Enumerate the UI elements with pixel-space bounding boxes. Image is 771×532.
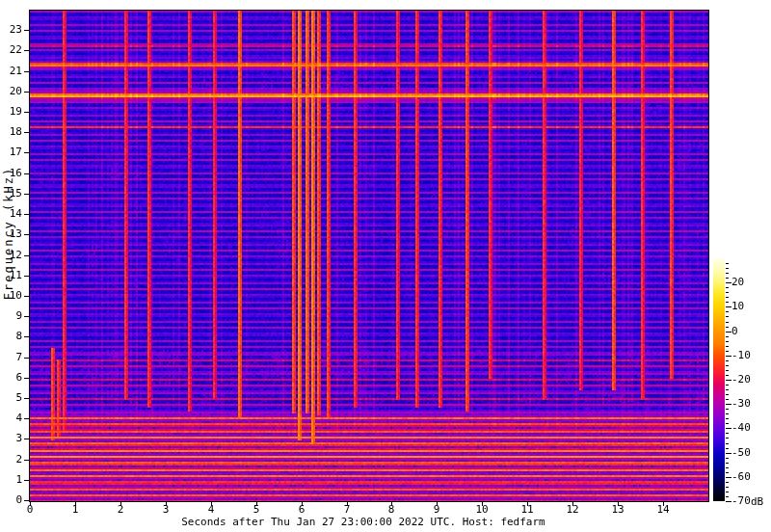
y-tick-label: 11 bbox=[0, 270, 22, 281]
x-tick-label: 11 bbox=[515, 504, 540, 516]
colorbar-tick-mark bbox=[726, 433, 729, 434]
y-tick-mark bbox=[24, 112, 29, 113]
x-tick-label: 2 bbox=[108, 504, 133, 516]
x-tick-label: 10 bbox=[469, 504, 494, 516]
colorbar-tick-label: 20 bbox=[731, 277, 764, 288]
y-tick-label: 10 bbox=[0, 290, 22, 302]
y-tick-mark bbox=[24, 418, 29, 419]
colorbar-tick-mark bbox=[726, 292, 729, 293]
colorbar-tick-mark bbox=[726, 463, 729, 464]
colorbar-tick-mark bbox=[726, 341, 729, 342]
colorbar-tick-label: 10 bbox=[731, 301, 764, 312]
colorbar-tick-mark bbox=[726, 443, 729, 444]
x-tick-label: 5 bbox=[244, 504, 269, 516]
colorbar-tick-mark bbox=[726, 278, 729, 279]
y-tick-mark bbox=[24, 30, 29, 31]
colorbar-tick-mark bbox=[726, 327, 729, 328]
colorbar-tick-mark bbox=[726, 413, 729, 414]
colorbar-tick-mark bbox=[726, 487, 729, 488]
colorbar-tick-mark bbox=[726, 389, 729, 390]
x-tick-label: 3 bbox=[153, 504, 178, 516]
colorbar-tick-mark bbox=[726, 458, 729, 459]
colorbar-tick-mark bbox=[726, 370, 729, 371]
y-tick-mark bbox=[24, 234, 29, 235]
x-axis-title: Seconds after Thu Jan 27 23:00:00 2022 U… bbox=[14, 516, 712, 528]
y-tick-label: 7 bbox=[0, 352, 22, 363]
y-tick-label: 18 bbox=[0, 126, 22, 138]
y-tick-label: 23 bbox=[0, 24, 22, 36]
colorbar-tick-mark bbox=[726, 492, 729, 492]
colorbar-tick-mark bbox=[726, 385, 729, 386]
colorbar-tick-label: 0 bbox=[731, 326, 764, 337]
colorbar-tick-label: -40 bbox=[731, 422, 764, 434]
colorbar-tick-label: -10 bbox=[731, 350, 764, 361]
y-tick-mark bbox=[24, 132, 29, 133]
colorbar-tick-mark bbox=[726, 268, 729, 269]
y-tick-mark bbox=[24, 194, 29, 195]
y-tick-mark bbox=[24, 336, 29, 337]
colorbar-tick-mark bbox=[726, 322, 729, 323]
x-tick-label: 6 bbox=[289, 504, 314, 516]
colorbar-tick-mark bbox=[726, 438, 729, 439]
colorbar-tick-mark bbox=[726, 496, 729, 497]
y-tick-label: 13 bbox=[0, 228, 22, 240]
y-tick-mark bbox=[24, 358, 29, 359]
y-tick-mark bbox=[24, 460, 29, 461]
colorbar-tick-mark bbox=[726, 482, 729, 483]
colorbar-tick-mark bbox=[726, 467, 729, 468]
colorbar-tick-mark bbox=[726, 394, 729, 395]
colorbar-tick-mark bbox=[726, 365, 729, 366]
x-tick-label: 8 bbox=[379, 504, 404, 516]
colorbar-tick-mark bbox=[726, 311, 729, 312]
y-tick-label: 8 bbox=[0, 331, 22, 342]
colorbar-tick-mark bbox=[726, 273, 729, 274]
spectrogram-canvas bbox=[29, 10, 709, 502]
colorbar-tick-label: -50 bbox=[731, 447, 764, 459]
x-tick-label: 1 bbox=[63, 504, 88, 516]
colorbar-tick-mark bbox=[726, 297, 729, 298]
y-tick-mark bbox=[24, 255, 29, 256]
y-tick-label: 14 bbox=[0, 208, 22, 220]
colorbar-tick-mark bbox=[726, 418, 729, 419]
colorbar-tick-mark bbox=[726, 316, 729, 317]
colorbar-tick-mark bbox=[726, 472, 729, 473]
colorbar-tick-mark bbox=[726, 423, 729, 424]
colorbar-tick-mark bbox=[726, 287, 729, 288]
colorbar-tick-label: -30 bbox=[731, 398, 764, 410]
colorbar-tick-label: -60 bbox=[731, 471, 764, 483]
y-tick-mark bbox=[24, 71, 29, 72]
colorbar-tick-mark bbox=[726, 399, 729, 400]
y-tick-mark bbox=[24, 398, 29, 399]
colorbar-tick-mark bbox=[726, 302, 729, 303]
colorbar-unit-label: dB bbox=[751, 495, 763, 508]
y-tick-mark bbox=[24, 378, 29, 379]
y-tick-mark bbox=[24, 276, 29, 277]
y-tick-mark bbox=[24, 439, 29, 439]
y-tick-mark bbox=[24, 214, 29, 215]
colorbar-tick-label: -20 bbox=[731, 374, 764, 386]
x-tick-label: 13 bbox=[605, 504, 630, 516]
x-tick-label: 0 bbox=[17, 504, 42, 516]
x-tick-label: 12 bbox=[560, 504, 585, 516]
y-tick-mark bbox=[24, 500, 29, 501]
y-tick-label: 4 bbox=[0, 412, 22, 424]
y-tick-mark bbox=[24, 480, 29, 481]
y-tick-mark bbox=[24, 92, 29, 93]
colorbar-tick-mark bbox=[726, 375, 729, 376]
y-tick-mark bbox=[24, 296, 29, 297]
colorbar-tick-mark bbox=[726, 346, 729, 347]
spectrogram-figure: Frequency (kHz) 012345678910111213141516… bbox=[0, 0, 771, 532]
y-tick-label: 5 bbox=[0, 392, 22, 404]
y-tick-mark bbox=[24, 173, 29, 174]
y-tick-label: 22 bbox=[0, 44, 22, 56]
x-tick-label: 7 bbox=[334, 504, 359, 516]
y-tick-label: 1 bbox=[0, 474, 22, 486]
colorbar-tick-mark bbox=[726, 409, 729, 410]
y-tick-mark bbox=[24, 316, 29, 317]
colorbar-tick-mark bbox=[726, 448, 729, 449]
y-tick-label: 17 bbox=[0, 146, 22, 158]
y-tick-label: 21 bbox=[0, 66, 22, 77]
x-tick-label: 9 bbox=[424, 504, 449, 516]
y-tick-label: 16 bbox=[0, 168, 22, 179]
y-tick-label: 19 bbox=[0, 106, 22, 118]
